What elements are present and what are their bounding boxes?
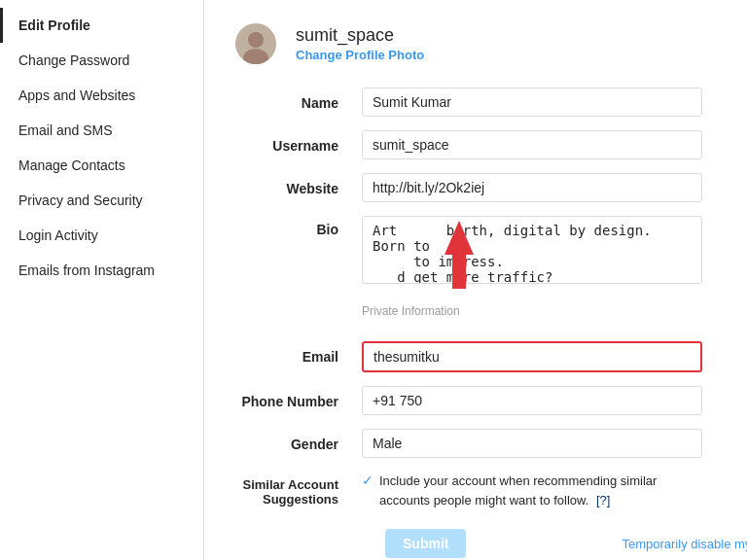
phone-control	[362, 386, 702, 415]
email-row: Email	[235, 341, 716, 372]
disable-account-link[interactable]: Temporarily disable my account	[622, 537, 747, 551]
phone-label: Phone Number	[235, 386, 362, 409]
name-label: Name	[235, 88, 362, 111]
change-photo-link[interactable]: Change Profile Photo	[296, 48, 424, 62]
similar-account-control: ✓ Include your account when recommending…	[362, 472, 702, 509]
similar-account-row: Similar AccountSuggestions ✓ Include you…	[235, 472, 716, 509]
sidebar-item-privacy-security[interactable]: Privacy and Security	[0, 183, 203, 218]
email-input[interactable]	[362, 341, 702, 372]
gender-control	[362, 429, 702, 458]
sidebar-item-login-activity-label: Login Activity	[18, 228, 98, 243]
email-label: Email	[235, 341, 362, 365]
phone-row: Phone Number	[235, 386, 716, 415]
phone-input[interactable]	[362, 386, 702, 415]
bio-row: Bio Art birth, digital by design. Born t…	[235, 216, 716, 287]
gender-row: Gender	[235, 429, 716, 458]
similar-account-text: Include your account when recommending s…	[379, 472, 702, 509]
bio-control: Art birth, digital by design. Born to to…	[362, 216, 702, 287]
name-row: Name	[235, 88, 716, 117]
sidebar-item-emails-instagram[interactable]: Emails from Instagram	[0, 253, 203, 288]
sidebar-item-edit-profile[interactable]: Edit Profile	[0, 8, 203, 43]
username-row: Username	[235, 130, 716, 159]
sidebar: Edit Profile Change Password Apps and We…	[0, 0, 204, 560]
svg-point-1	[248, 32, 264, 48]
submit-button[interactable]: Submit	[385, 529, 466, 558]
website-input[interactable]	[362, 173, 702, 202]
email-control	[362, 341, 702, 372]
sidebar-item-privacy-security-label: Privacy and Security	[18, 192, 143, 208]
sidebar-item-apps-websites[interactable]: Apps and Websites	[0, 78, 203, 113]
sidebar-item-change-password[interactable]: Change Password	[0, 43, 203, 78]
bio-input[interactable]: Art birth, digital by design. Born to to…	[362, 216, 702, 284]
gender-input[interactable]	[362, 429, 702, 458]
profile-info: sumit_space Change Profile Photo	[296, 25, 424, 62]
website-label: Website	[235, 173, 362, 196]
name-input[interactable]	[362, 88, 702, 117]
gender-label: Gender	[235, 429, 362, 452]
website-row: Website	[235, 173, 716, 202]
form-footer: Submit Temporarily disable my account	[235, 529, 716, 558]
username-label: Username	[235, 130, 362, 154]
sidebar-item-login-activity[interactable]: Login Activity	[0, 218, 203, 253]
sidebar-item-email-sms-label: Email and SMS	[18, 122, 112, 138]
private-info-row: Private Information	[235, 300, 716, 328]
private-info-control: Private Information	[362, 300, 702, 328]
sidebar-item-apps-websites-label: Apps and Websites	[18, 88, 135, 103]
username-input[interactable]	[362, 130, 702, 159]
sidebar-item-manage-contacts[interactable]: Manage Contacts	[0, 148, 203, 183]
profile-username: sumit_space	[296, 25, 424, 46]
sidebar-item-manage-contacts-label: Manage Contacts	[18, 158, 125, 173]
private-info-spacer	[235, 300, 362, 308]
main-content: sumit_space Change Profile Photo Name Us…	[204, 0, 747, 560]
sidebar-item-emails-instagram-label: Emails from Instagram	[18, 262, 155, 278]
help-link[interactable]: [?]	[596, 493, 610, 508]
avatar[interactable]	[235, 23, 276, 64]
similar-account-label: Similar AccountSuggestions	[235, 472, 362, 507]
name-control	[362, 88, 702, 117]
profile-header: sumit_space Change Profile Photo	[235, 23, 716, 64]
bio-label: Bio	[235, 216, 362, 237]
private-info-label: Private Information	[362, 304, 702, 318]
website-control	[362, 173, 702, 202]
username-control	[362, 130, 702, 159]
similar-account-content: ✓ Include your account when recommending…	[362, 472, 702, 509]
checkmark-icon: ✓	[362, 472, 374, 488]
sidebar-item-change-password-label: Change Password	[18, 52, 129, 68]
edit-profile-form: Name Username Website B	[235, 88, 716, 558]
sidebar-item-email-sms[interactable]: Email and SMS	[0, 113, 203, 148]
sidebar-item-edit-profile-label: Edit Profile	[18, 18, 90, 33]
